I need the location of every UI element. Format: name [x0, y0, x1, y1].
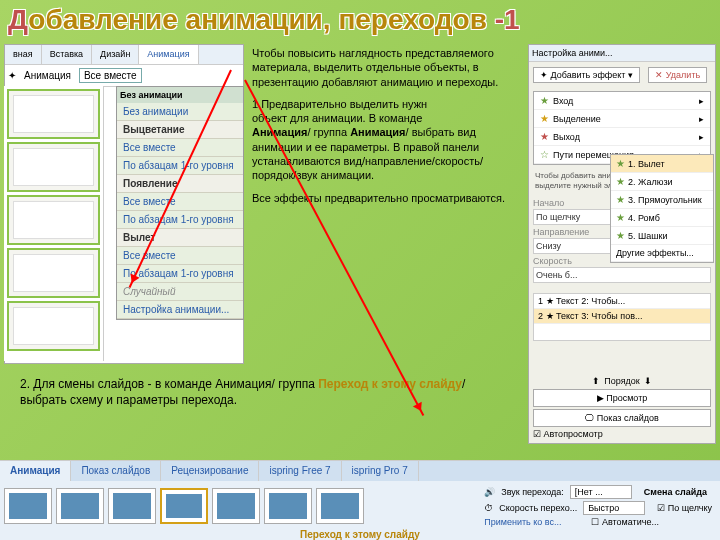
list-item[interactable]: 1 ★ Текст 2: Чтобы...: [534, 294, 710, 309]
sound-dropdown[interactable]: [Нет ...: [570, 485, 632, 499]
speed-dropdown[interactable]: Очень б...: [533, 267, 711, 283]
thumb[interactable]: [7, 301, 100, 351]
submenu-rect[interactable]: ★3. Прямоугольник: [611, 191, 713, 209]
submenu-blinds[interactable]: ★2. Жалюзи: [611, 173, 713, 191]
slide-thumbnails: [4, 86, 104, 361]
applyall-link[interactable]: Применить ко вс...: [484, 517, 561, 527]
thumb[interactable]: [7, 89, 100, 139]
ribbon: ✦ Анимация Все вместе: [5, 65, 243, 87]
animation-combo[interactable]: Все вместе: [79, 68, 142, 83]
pane-footer: ⬆Порядок⬇ ▶ Просмотр 🖵 Показ слайдов ☑ А…: [529, 372, 715, 443]
br-tab-show[interactable]: Показ слайдов: [71, 461, 161, 481]
transition-thumb[interactable]: [160, 488, 208, 524]
tab-insert[interactable]: Вставка: [42, 45, 92, 64]
tab-design[interactable]: Дизайн: [92, 45, 139, 64]
dropdown-item[interactable]: Все вместе: [117, 193, 243, 211]
ribbon-label: Анимация: [24, 70, 71, 81]
thumb[interactable]: [7, 195, 100, 245]
dropdown-item[interactable]: Все вместе: [117, 139, 243, 157]
dropdown-item[interactable]: Все вместе: [117, 247, 243, 265]
menu-entrance[interactable]: ★Вход ▸: [534, 92, 710, 110]
slide-title: Добавление анимации, переходов -1: [0, 0, 720, 40]
submenu-more[interactable]: Другие эффекты...: [611, 245, 713, 262]
add-effect-button[interactable]: ✦ Добавить эффект ▾: [533, 67, 640, 83]
submenu-fly[interactable]: ★1. Вылет: [611, 155, 713, 173]
submenu-checker[interactable]: ★5. Шашки: [611, 227, 713, 245]
transition-thumb[interactable]: [264, 488, 312, 524]
transition-thumb[interactable]: [56, 488, 104, 524]
trans-speed-dropdown[interactable]: Быстро: [583, 501, 645, 515]
thumb[interactable]: [7, 248, 100, 298]
ribbon-group-label: Переход к этому слайду: [0, 529, 720, 540]
list-item[interactable]: 2 ★ Текст 3: Чтобы пов...: [534, 309, 710, 324]
pane-title: Настройка аними...: [529, 45, 715, 62]
tab-row: вная Вставка Дизайн Анимация: [5, 45, 243, 65]
dropdown-header: Без анимации: [117, 87, 243, 103]
transition-thumb[interactable]: [212, 488, 260, 524]
animation-pane: Настройка аними... ✦ Добавить эффект ▾ ✕…: [528, 44, 716, 444]
bottom-body-text: 2. Для смены слайдов - в команде Анимаци…: [20, 376, 500, 408]
br-tab-review[interactable]: Рецензирование: [161, 461, 259, 481]
dropdown-item[interactable]: Без анимации: [117, 103, 243, 121]
transition-thumb[interactable]: [316, 488, 364, 524]
tab-home[interactable]: вная: [5, 45, 42, 64]
sound-icon: 🔊: [484, 487, 495, 497]
effects-list: 1 ★ Текст 2: Чтобы... 2 ★ Текст 3: Чтобы…: [533, 293, 711, 341]
body-text: Чтобы повысить наглядность представляемо…: [252, 46, 512, 213]
auto-check[interactable]: ☐ Автоматиче...: [591, 517, 658, 527]
speed-icon: ⏱: [484, 503, 493, 513]
br-tab-v2[interactable]: ispring Pro 7: [342, 461, 419, 481]
delete-button[interactable]: ✕ Удалить: [648, 67, 707, 83]
autoview-checkbox[interactable]: ☑ Автопросмотр: [533, 429, 711, 439]
effect-submenu: ★1. Вылет ★2. Жалюзи ★3. Прямоугольник ★…: [610, 154, 714, 263]
dropdown-group: Вылет: [117, 229, 243, 247]
star-icon: ✦: [8, 70, 16, 81]
transition-settings: 🔊Звук перехода:[Нет ...Смена слайда ⏱Ско…: [484, 485, 716, 527]
dropdown-item[interactable]: По абзацам 1-го уровня: [117, 157, 243, 175]
br-tab-anim[interactable]: Анимация: [0, 461, 71, 481]
dropdown-group: Выцветание: [117, 121, 243, 139]
dropdown-item[interactable]: По абзацам 1-го уровня: [117, 211, 243, 229]
menu-exit[interactable]: ★Выход ▸: [534, 128, 710, 146]
tab-animation[interactable]: Анимация: [139, 45, 198, 64]
thumb[interactable]: [7, 142, 100, 192]
transitions-ribbon: Анимация Показ слайдов Рецензирование is…: [0, 460, 720, 540]
transition-thumb[interactable]: [108, 488, 156, 524]
effect-type-menu: ★Вход ▸ ★Выделение ▸ ★Выход ▸ ☆Пути пере…: [533, 91, 711, 165]
menu-emphasis[interactable]: ★Выделение ▸: [534, 110, 710, 128]
dropdown-item-settings[interactable]: Настройка анимации...: [117, 301, 243, 319]
play-button[interactable]: ▶ Просмотр: [533, 389, 711, 407]
submenu-diamond[interactable]: ★4. Ромб: [611, 209, 713, 227]
slideshow-button[interactable]: 🖵 Показ слайдов: [533, 409, 711, 427]
transition-thumb[interactable]: [4, 488, 52, 524]
br-tab-v1[interactable]: ispring Free 7: [259, 461, 341, 481]
onclick-check[interactable]: ☑ По щелчку: [657, 503, 712, 513]
